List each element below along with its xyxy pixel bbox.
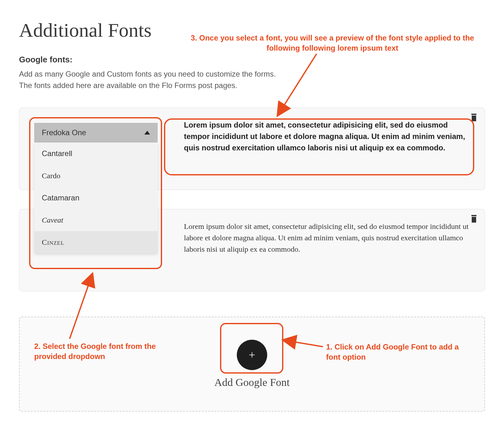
trash-icon[interactable] [471,114,477,121]
dropdown-option-catamaran[interactable]: Catamaran [34,187,158,209]
dropdown-option-cantarell[interactable]: Cantarell [34,142,158,165]
dropdown-selected-text: Fredoka One [42,128,86,137]
annotation-step-3: 3. Once you select a font, you will see … [190,33,475,54]
dropdown-selected-value[interactable]: Fredoka One [34,123,158,142]
font-preview-text-2: Lorem ipsum dolor sit amet, consectetur … [184,221,469,255]
caret-up-icon [144,131,150,135]
dropdown-option-cardo[interactable]: Cardo [34,165,158,187]
dropdown-option-caveat[interactable]: Caveat [34,209,158,231]
annotation-step-2: 2. Select the Google font from the provi… [34,341,183,362]
section-description: Add as many Google and Custom fonts as y… [19,68,504,91]
plus-icon: + [249,349,255,361]
add-google-font-label: Add Google Font [214,376,290,388]
font-select-dropdown[interactable]: Fredoka One Cantarell Cardo Catamaran Ca… [34,123,158,253]
add-font-panel: + Add Google Font [19,317,485,412]
desc-line2: The fonts added here are available on th… [19,81,237,90]
add-google-font-button[interactable]: + [237,340,267,370]
desc-line1: Add as many Google and Custom fonts as y… [19,70,276,78]
dropdown-options-list: Cantarell Cardo Catamaran Caveat Cinzel [34,142,158,253]
google-fonts-label: Google fonts: [19,55,504,65]
trash-icon[interactable] [471,215,477,223]
font-preview-text-1: Lorem ipsum dolor sit amet, consectetur … [184,119,469,154]
annotation-step-1: 1. Click on Add Google Font to add a fon… [326,342,465,362]
dropdown-option-cinzel[interactable]: Cinzel [34,231,158,253]
